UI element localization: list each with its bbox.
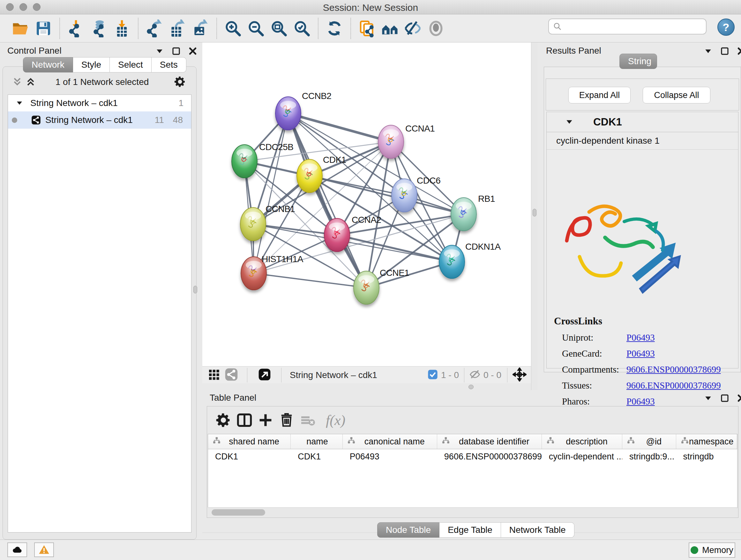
left-splitter-grip[interactable] bbox=[193, 286, 197, 294]
network-node-CCNE1[interactable] bbox=[354, 271, 379, 304]
hidden-count: 0 - 0 bbox=[483, 370, 501, 380]
protein-entry-header[interactable]: CDK1 bbox=[547, 112, 738, 132]
zoom-in-icon[interactable] bbox=[223, 18, 243, 38]
network-edge-CCNB2-HIST1H1A[interactable] bbox=[254, 113, 288, 273]
tab-style[interactable]: Style bbox=[73, 57, 110, 72]
panel-float-icon[interactable] bbox=[720, 393, 730, 404]
import-table-file-icon[interactable] bbox=[112, 18, 132, 38]
selected-checkbox-icon[interactable] bbox=[428, 369, 438, 381]
memory-button[interactable]: Memory bbox=[689, 543, 735, 558]
hidden-eye-icon[interactable] bbox=[469, 368, 481, 382]
panel-close-icon[interactable] bbox=[737, 393, 741, 404]
network-options-gear-icon[interactable] bbox=[174, 75, 186, 89]
refresh-layout-icon[interactable] bbox=[325, 18, 344, 38]
horizontal-splitter-grip[interactable] bbox=[468, 385, 474, 389]
network-edge-CCNA2-CDKN1A[interactable] bbox=[337, 235, 452, 262]
panel-float-icon[interactable] bbox=[172, 46, 181, 57]
network-tree-child-row[interactable]: String Network – cdk1 11 48 bbox=[8, 111, 191, 129]
network-node-RB1[interactable] bbox=[451, 198, 476, 231]
add-column-icon[interactable] bbox=[255, 410, 276, 431]
tab-sets[interactable]: Sets bbox=[151, 57, 186, 72]
column-header-name[interactable]: name bbox=[291, 434, 343, 449]
tab-network[interactable]: Network bbox=[23, 57, 73, 72]
open-folder-icon[interactable] bbox=[10, 18, 30, 38]
panel-close-icon[interactable] bbox=[737, 46, 741, 57]
crosslink-label: Uniprot: bbox=[562, 332, 626, 343]
column-header-namespace[interactable]: namespace bbox=[676, 434, 737, 449]
import-network-file-icon[interactable] bbox=[66, 18, 86, 38]
network-node-CCNB2[interactable] bbox=[275, 97, 301, 130]
network-edge-CDK1-RB1[interactable] bbox=[310, 176, 464, 214]
columns-icon[interactable] bbox=[234, 410, 255, 431]
scrollbar-thumb[interactable] bbox=[212, 509, 265, 516]
network-node-CCNB1[interactable] bbox=[240, 207, 266, 241]
zoom-out-icon[interactable] bbox=[246, 18, 266, 38]
help-icon[interactable]: ? bbox=[718, 18, 735, 36]
save-file-icon[interactable] bbox=[33, 18, 53, 38]
tab-network-table[interactable]: Network Table bbox=[501, 522, 575, 538]
tab-node-table[interactable]: Node Table bbox=[377, 522, 440, 538]
import-network-database-icon[interactable] bbox=[89, 18, 109, 38]
crosslink-link[interactable]: P06493 bbox=[626, 348, 655, 359]
network-edge-HIST1H1A-CCNE1[interactable] bbox=[254, 273, 366, 288]
column-header-@id[interactable]: @id bbox=[622, 434, 676, 449]
panel-close-icon[interactable] bbox=[188, 46, 198, 57]
share-network-icon[interactable] bbox=[225, 368, 238, 382]
move-crosshair-icon[interactable] bbox=[513, 368, 527, 383]
export-table-icon[interactable] bbox=[167, 18, 187, 38]
column-header-shared-name[interactable]: shared name bbox=[208, 434, 291, 449]
gear-icon[interactable] bbox=[213, 410, 234, 431]
protein-description-row: cyclin-dependent kinase 1 bbox=[547, 132, 738, 150]
crosslink-link[interactable]: 9606.ENSP00000378699 bbox=[626, 380, 721, 391]
zoom-fit-icon[interactable] bbox=[269, 18, 289, 38]
grid-view-icon[interactable] bbox=[207, 368, 220, 382]
tree-expand-triangle-icon[interactable] bbox=[16, 99, 23, 107]
network-node-CDC6[interactable] bbox=[392, 179, 417, 212]
panel-collapse-chevron-icon[interactable] bbox=[703, 393, 713, 404]
column-header-canonical-name[interactable]: canonical name bbox=[343, 434, 437, 449]
entry-collapse-triangle-icon[interactable] bbox=[565, 118, 574, 126]
panel-float-icon[interactable] bbox=[720, 46, 730, 57]
collapse-all-chevron-icon[interactable] bbox=[11, 76, 23, 89]
export-image-icon[interactable] bbox=[191, 18, 210, 38]
export-network-icon[interactable] bbox=[145, 18, 164, 38]
zoom-selected-icon[interactable] bbox=[292, 18, 312, 38]
search-input[interactable] bbox=[565, 21, 706, 32]
expand-all-button[interactable]: Expand All bbox=[568, 87, 630, 104]
network-node-CCNA1[interactable] bbox=[378, 125, 404, 159]
copy-document-icon[interactable] bbox=[357, 18, 377, 38]
crosslink-link[interactable]: P06493 bbox=[626, 332, 655, 343]
column-header-database-identifier[interactable]: database identifier bbox=[437, 434, 542, 449]
trash-icon[interactable] bbox=[276, 410, 297, 431]
hierarchy-icon bbox=[546, 436, 555, 447]
protein-entry-card: CDK1 cyclin-dependent kinase 1 CrossLi bbox=[546, 112, 738, 368]
horizontal-splitter[interactable] bbox=[202, 383, 531, 390]
network-tree-root-row[interactable]: String Network – cdk1 1 bbox=[8, 95, 191, 111]
search-field[interactable] bbox=[548, 18, 706, 35]
column-header-description[interactable]: description bbox=[542, 434, 622, 449]
hierarchy-icon bbox=[442, 436, 450, 447]
home-overview-icon[interactable] bbox=[380, 18, 400, 38]
network-node-CDKN1A[interactable] bbox=[439, 245, 465, 278]
network-node-CDK1[interactable] bbox=[297, 159, 322, 192]
expand-all-chevron-icon[interactable] bbox=[25, 76, 37, 89]
tab-string[interactable]: String bbox=[619, 54, 657, 69]
tab-edge-table[interactable]: Edge Table bbox=[440, 522, 501, 538]
open-in-new-icon[interactable] bbox=[258, 368, 271, 382]
network-canvas[interactable]: CCNB2CCNA1CDC25BCDK1CDC6RB1CCNB1CCNA2CDK… bbox=[202, 43, 531, 366]
collapse-all-button[interactable]: Collapse All bbox=[643, 87, 711, 104]
network-node-CDC25B[interactable] bbox=[232, 145, 257, 178]
network-node-CCNA2[interactable] bbox=[324, 219, 350, 252]
crosslink-link[interactable]: 9606.ENSP00000378699 bbox=[626, 364, 721, 375]
tab-select[interactable]: Select bbox=[110, 57, 151, 72]
cloud-button[interactable] bbox=[7, 543, 27, 557]
panel-collapse-chevron-icon[interactable] bbox=[155, 46, 164, 57]
toolbar-separator bbox=[138, 18, 138, 39]
warning-button[interactable] bbox=[34, 543, 54, 557]
table-horizontal-scrollbar[interactable] bbox=[208, 507, 737, 517]
node-label-CDK1: CDK1 bbox=[323, 155, 346, 165]
table-cell: P06493 bbox=[343, 449, 437, 464]
table-row[interactable]: CDK1CDK1P064939606.ENSP00000378699cyclin… bbox=[208, 449, 737, 464]
panel-collapse-chevron-icon[interactable] bbox=[703, 46, 713, 57]
hide-selected-eye-icon[interactable] bbox=[403, 18, 423, 38]
